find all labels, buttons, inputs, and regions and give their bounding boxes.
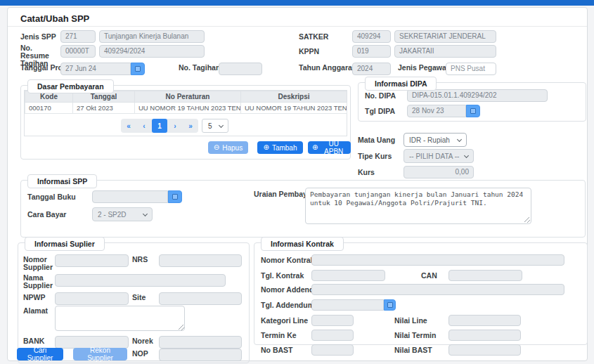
bank-label: BANK: [23, 337, 44, 345]
kppn-label: KPPN: [299, 48, 319, 56]
resize-grip-icon[interactable]: [524, 217, 530, 223]
tipe-kurs-select[interactable]: -- PILIH DATA --: [403, 149, 474, 163]
kppn-name-field[interactable]: JAKARTAII: [394, 45, 496, 58]
tahun-anggaran-field[interactable]: 2024: [352, 63, 391, 75]
dasar-pembayaran-table-wrap: Kode Tanggal No Peraturan Deskripsi 0001…: [24, 90, 347, 136]
nilai-bast-field[interactable]: [448, 344, 521, 356]
tanggal-proses-calendar-button[interactable]: [131, 63, 145, 75]
pagination-next-button[interactable]: ›: [167, 119, 183, 133]
no-tagihan-label: No. Tagihan: [179, 64, 220, 72]
col-no-peraturan[interactable]: No Peraturan: [135, 91, 241, 103]
uraian-pembayaran-textarea[interactable]: Pembayaran tunjangan kinerja bulan Janua…: [305, 188, 531, 224]
cara-bayar-select[interactable]: 2 - SP2D: [92, 207, 153, 221]
informasi-dipa-legend: Informasi DIPA: [365, 77, 437, 91]
nop-field[interactable]: [159, 349, 242, 361]
rekon-supplier-button[interactable]: Rekon Supplier: [73, 348, 127, 360]
pagination-group: « ‹ 1 › »: [121, 119, 198, 133]
pagination-first-button[interactable]: «: [121, 119, 136, 133]
chevron-down-icon: [219, 122, 224, 127]
chevron-down-icon: [457, 136, 462, 141]
cell-tanggal: 27 Okt 2023: [73, 103, 135, 114]
nrs-field[interactable]: [159, 254, 242, 267]
no-tagihan-field[interactable]: [219, 63, 262, 75]
pagination: « ‹ 1 › » 5: [121, 119, 228, 133]
no-dipa-field[interactable]: DIPA-015.01.1.409294/202: [407, 89, 548, 102]
uu-apbn-label: UU APBN: [321, 140, 347, 155]
hapus-button[interactable]: ⊖ Hapus: [208, 141, 248, 154]
uu-apbn-button[interactable]: ⊕ UU APBN: [308, 141, 351, 154]
pagination-page-1[interactable]: 1: [152, 119, 167, 133]
tgl-addendum-calendar-button[interactable]: [384, 299, 396, 311]
site-field[interactable]: [159, 292, 242, 305]
kurs-field[interactable]: 0,00: [403, 166, 474, 178]
tipe-kurs-label: Tipe Kurs: [358, 152, 392, 160]
kppn-code-field[interactable]: 019: [352, 45, 391, 58]
cell-deskripsi: UU NOMOR 19 TAHUN 2023 TENTANG APBN 2: [241, 103, 347, 114]
tgl-dipa-field[interactable]: 28 Nov 23: [407, 105, 466, 117]
calendar-icon: [172, 194, 178, 200]
nilai-termin-field[interactable]: [448, 330, 521, 341]
calendar-icon: [135, 66, 141, 72]
page-size-value: 5: [208, 122, 212, 130]
npwp-field[interactable]: [55, 292, 129, 305]
tambah-button[interactable]: ⊕ Tambah: [257, 141, 303, 154]
tanggal-buku-field[interactable]: [92, 190, 168, 203]
no-resume-number-field[interactable]: 409294/2024: [99, 45, 205, 58]
no-resume-code-field[interactable]: 00000T: [60, 45, 96, 58]
jenis-spp-name-field[interactable]: Tunjangan Kinerja Bulanan: [99, 30, 205, 43]
nomor-supplier-field[interactable]: [55, 254, 129, 267]
alamat-textarea[interactable]: [55, 306, 185, 331]
cari-supplier-button[interactable]: Cari Supplier: [17, 348, 63, 360]
site-label: Site: [132, 294, 146, 301]
can-field[interactable]: [448, 270, 522, 281]
hapus-label: Hapus: [222, 144, 243, 152]
termin-ke-field[interactable]: [311, 330, 354, 341]
kategori-line-label: Kategori Line: [261, 317, 308, 325]
cara-bayar-value: 2 - SP2D: [98, 211, 127, 219]
table-row[interactable]: 000170 27 Okt 2023 UU NOMOR 19 TAHUN 202…: [25, 103, 347, 114]
chevron-down-icon: [143, 211, 148, 216]
satker-label: SATKER: [299, 33, 328, 41]
resize-grip-icon[interactable]: [179, 325, 184, 330]
kurs-label: Kurs: [358, 169, 375, 176]
nomor-kontrak-field[interactable]: [311, 254, 564, 266]
catat-ubah-spp-panel: Catat/Ubah SPP Jenis SPP 271 Tunjangan K…: [7, 7, 588, 361]
jenis-spp-code-field[interactable]: 271: [60, 30, 96, 43]
kategori-line-field[interactable]: [311, 315, 354, 326]
jenis-pegawai-field[interactable]: PNS Pusat: [446, 63, 496, 75]
chevron-down-icon: [464, 152, 469, 157]
norek-field[interactable]: [159, 336, 242, 349]
tanggal-buku-calendar-button[interactable]: [168, 190, 182, 203]
nilai-line-field[interactable]: [448, 315, 521, 326]
tambah-label: Tambah: [272, 144, 297, 152]
tgl-addendum-label: Tgl. Addendum: [261, 301, 314, 309]
satker-name-field[interactable]: SEKRETARIAT JENDERAL: [394, 30, 496, 43]
page-prev-icon: ‹: [143, 122, 145, 130]
tgl-kontrak-label: Tgl. Kontrak: [261, 272, 304, 280]
cell-kode: 000170: [25, 103, 73, 114]
nilai-termin-label: Nilai Termin: [394, 332, 436, 339]
mata-uang-select[interactable]: IDR - Rupiah: [403, 133, 467, 147]
no-bast-field[interactable]: [311, 344, 354, 356]
plus-circle-icon: ⊕: [312, 144, 318, 151]
pagination-prev-button[interactable]: ‹: [136, 119, 152, 133]
tgl-kontrak-field[interactable]: [311, 270, 385, 281]
tgl-dipa-calendar-button[interactable]: [466, 105, 480, 117]
satker-code-field[interactable]: 409294: [352, 30, 391, 43]
nilai-bast-label: Nilai BAST: [394, 346, 432, 354]
tipe-kurs-value: -- PILIH DATA --: [409, 152, 459, 160]
pagination-last-button[interactable]: »: [183, 119, 198, 133]
tanggal-proses-field[interactable]: 27 Jun 24: [60, 63, 131, 75]
plus-circle-icon: ⊕: [264, 144, 269, 151]
col-deskripsi[interactable]: Deskripsi: [241, 91, 347, 103]
nilai-line-label: Nilai Line: [394, 317, 427, 325]
informasi-suplier-legend: Informasi Suplier: [25, 237, 105, 251]
informasi-kontrak-legend: Informasi Kontrak: [261, 237, 344, 251]
tanggal-buku-label: Tanggal Buku: [27, 193, 76, 201]
page-size-select[interactable]: 5: [202, 119, 228, 133]
nomor-addendum-field[interactable]: [311, 284, 564, 295]
tgl-addendum-field[interactable]: [311, 299, 384, 311]
page-last-icon: »: [188, 122, 193, 130]
nop-label: NOP: [132, 350, 148, 358]
nama-supplier-field[interactable]: [55, 274, 226, 287]
